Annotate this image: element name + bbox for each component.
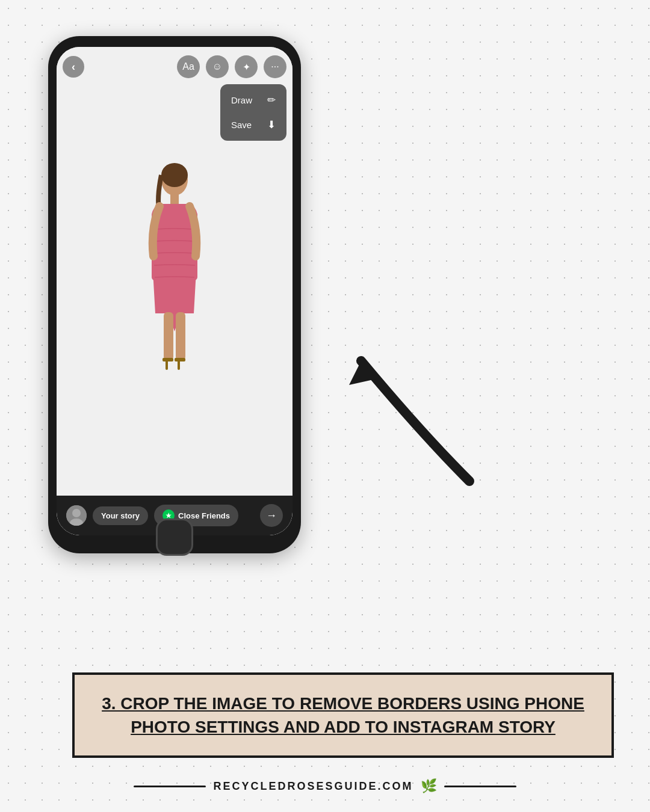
draw-label: Draw: [231, 95, 252, 105]
story-toolbar: ‹ Aa ☺ ✦ ···: [63, 55, 286, 78]
toolbar-right-buttons: Aa ☺ ✦ ···: [177, 55, 286, 78]
instruction-title: 3. CROP THE IMAGE TO REMOVE BORDERS USIN…: [96, 692, 590, 739]
your-story-label: Your story: [101, 511, 140, 520]
arrow-svg: [301, 313, 494, 517]
save-menu-item[interactable]: Save ⬇: [220, 112, 286, 137]
emoji-tool-button[interactable]: ☺: [206, 55, 229, 78]
text-tool-label: Aa: [182, 61, 194, 72]
model-svg: [120, 157, 229, 410]
effects-tool-button[interactable]: ✦: [235, 55, 258, 78]
svg-rect-4: [176, 312, 185, 360]
phone-mockup: ‹ Aa ☺ ✦ ···: [48, 36, 301, 553]
leaf-icon: 🌿: [421, 778, 437, 794]
send-button[interactable]: →: [260, 504, 283, 527]
svg-point-10: [72, 509, 81, 517]
svg-rect-8: [178, 359, 180, 370]
dropdown-menu: Draw ✏ Save ⬇: [220, 84, 286, 141]
model-figure: [120, 157, 229, 410]
emoji-icon: ☺: [212, 61, 222, 72]
instruction-box: 3. CROP THE IMAGE TO REMOVE BORDERS USIN…: [72, 672, 614, 758]
footer-line-right: [444, 786, 516, 787]
page-wrapper: ‹ Aa ☺ ✦ ···: [0, 0, 650, 812]
svg-rect-6: [166, 359, 168, 370]
svg-point-2: [161, 163, 188, 187]
footer: RECYCLEDROSESGUIDE.COM 🌿: [0, 778, 650, 794]
brand-name: RECYCLEDROSESGUIDE.COM: [213, 780, 413, 793]
save-icon: ⬇: [267, 118, 276, 131]
save-label: Save: [231, 120, 252, 130]
draw-menu-item[interactable]: Draw ✏: [220, 88, 286, 112]
user-avatar: [66, 505, 87, 526]
your-story-button[interactable]: Your story: [93, 506, 148, 525]
phone-body: ‹ Aa ☺ ✦ ···: [48, 36, 301, 553]
back-button[interactable]: ‹: [63, 56, 84, 78]
more-icon: ···: [271, 61, 279, 72]
draw-icon: ✏: [267, 94, 276, 106]
phone-screen: ‹ Aa ☺ ✦ ···: [57, 47, 292, 535]
send-icon: →: [266, 509, 277, 522]
footer-line-left: [134, 786, 206, 787]
effects-icon: ✦: [243, 61, 250, 73]
svg-rect-3: [164, 312, 173, 360]
svg-rect-1: [170, 193, 179, 204]
arrow-container: [301, 313, 494, 517]
text-tool-button[interactable]: Aa: [177, 55, 200, 78]
phone-home-button[interactable]: [156, 518, 193, 556]
more-tool-button[interactable]: ···: [264, 55, 286, 78]
